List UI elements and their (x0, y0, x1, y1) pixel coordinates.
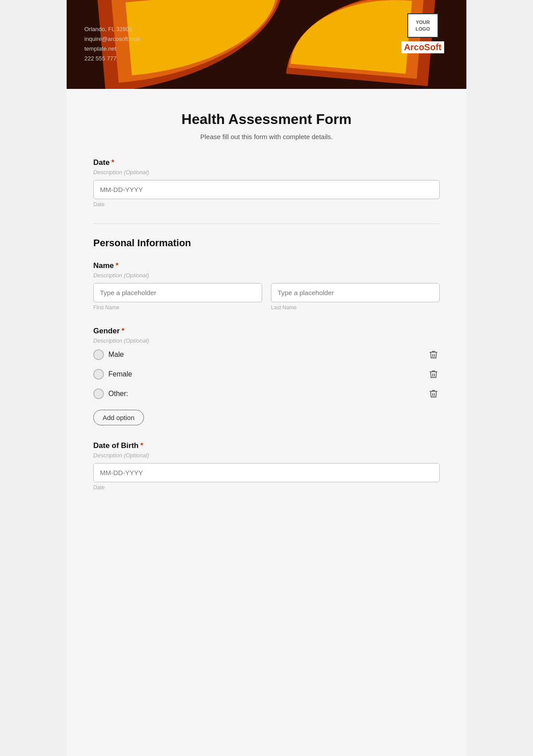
gender-required-star: * (122, 327, 125, 335)
dob-required-star: * (140, 441, 143, 450)
gender-option-female: Female (93, 368, 440, 380)
logo-box: YOUR LOGO (407, 13, 438, 38)
address-line1: Orlando, FL 32801 (84, 24, 140, 34)
page: Orlando, FL 32801 inquire@arcosoft.mail … (67, 0, 466, 756)
form-title: Health Assessment Form (93, 111, 440, 128)
dob-input[interactable] (93, 463, 440, 482)
date-input[interactable] (93, 180, 440, 199)
gender-section: Gender* Description (Optional) Male (93, 327, 440, 425)
add-option-button[interactable]: Add option (93, 410, 144, 425)
first-name-hint: First Name (93, 304, 262, 311)
first-name-field: First Name (93, 283, 262, 311)
gender-description: Description (Optional) (93, 337, 440, 344)
date-section: Date* Description (Optional) Date (93, 158, 440, 208)
radio-circle-female[interactable] (93, 369, 104, 380)
date-hint: Date (93, 201, 440, 208)
gender-option-male: Male (93, 348, 440, 361)
dob-description: Description (Optional) (93, 452, 440, 459)
swoosh-right-3 (290, 0, 412, 74)
name-fields-row: First Name Last Name (93, 283, 440, 311)
address-line3: template.net (84, 44, 140, 54)
delete-female-icon[interactable] (427, 368, 440, 380)
name-label: Name* (93, 261, 440, 270)
last-name-input[interactable] (271, 283, 440, 302)
name-required-star: * (115, 261, 119, 270)
date-description: Description (Optional) (93, 169, 440, 176)
gender-option-other: Other: (93, 388, 440, 400)
divider-1 (93, 224, 440, 224)
header: Orlando, FL 32801 inquire@arcosoft.mail … (67, 0, 466, 89)
gender-male-label: Male (108, 351, 124, 359)
delete-male-icon[interactable] (427, 348, 440, 361)
gender-female-label: Female (108, 370, 132, 378)
add-option-label: Add option (103, 414, 135, 421)
dob-label: Date of Birth* (93, 441, 440, 450)
company-name: ArcoSoft (402, 41, 444, 53)
first-name-input[interactable] (93, 283, 262, 302)
logo-area: YOUR LOGO ArcoSoft (402, 13, 444, 53)
date-label: Date* (93, 158, 440, 167)
date-required-star: * (111, 158, 115, 167)
radio-circle-male[interactable] (93, 349, 104, 360)
name-section: Name* Description (Optional) First Name … (93, 261, 440, 311)
company-address: Orlando, FL 32801 inquire@arcosoft.mail … (84, 24, 140, 64)
dob-section: Date of Birth* Description (Optional) Da… (93, 441, 440, 491)
dob-hint: Date (93, 484, 440, 491)
radio-circle-other[interactable] (93, 388, 104, 399)
form-content: Health Assessment Form Please fill out t… (67, 89, 466, 533)
last-name-hint: Last Name (271, 304, 440, 311)
address-line2: inquire@arcosoft.mail (84, 34, 140, 44)
form-subtitle: Please fill out this form with complete … (93, 133, 440, 140)
delete-other-icon[interactable] (427, 388, 440, 400)
gender-label: Gender* (93, 327, 440, 336)
logo-placeholder-text: YOUR LOGO (408, 19, 438, 32)
last-name-field: Last Name (271, 283, 440, 311)
personal-section-heading: Personal Information (93, 237, 440, 249)
gender-other-label: Other: (108, 390, 128, 398)
name-description: Description (Optional) (93, 272, 440, 279)
address-line4: 222 555 777 (84, 54, 140, 64)
